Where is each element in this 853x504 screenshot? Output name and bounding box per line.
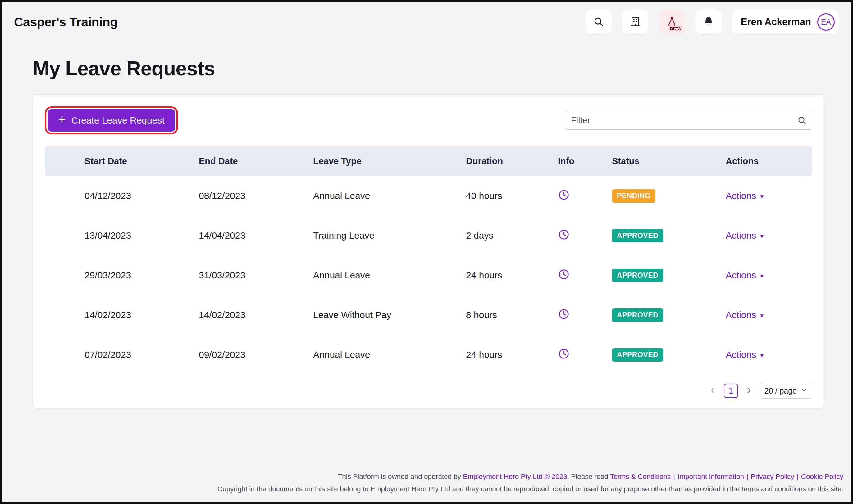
cell-end-date: 31/03/2023 xyxy=(199,270,313,281)
cell-start-date: 04/12/2023 xyxy=(85,191,199,201)
chevron-down-icon: ▾ xyxy=(760,312,764,319)
cell-end-date: 14/02/2023 xyxy=(199,310,313,320)
page-size-select[interactable]: 20 / page xyxy=(760,383,812,399)
column-actions: Actions xyxy=(726,156,804,166)
table-row: 13/04/2023 14/04/2023 Training Leave 2 d… xyxy=(45,216,812,255)
chevron-down-icon: ▾ xyxy=(760,193,764,200)
create-leave-request-highlight: + Create Leave Request xyxy=(45,106,178,134)
footer: This Platform is owned and operated by E… xyxy=(2,468,851,502)
cell-duration: 2 days xyxy=(466,230,558,241)
organisation-button[interactable] xyxy=(622,10,648,34)
clock-icon xyxy=(558,348,570,362)
chevron-right-icon xyxy=(745,386,753,395)
footer-separator: | xyxy=(746,473,748,481)
page-size-value: 20 / page xyxy=(764,386,797,395)
leave-info-button[interactable] xyxy=(558,268,570,283)
status-badge: APPROVED xyxy=(612,269,663,282)
leave-info-button[interactable] xyxy=(558,189,570,203)
chevron-down-icon: ▾ xyxy=(760,352,764,359)
cell-start-date: 29/03/2023 xyxy=(85,270,199,281)
top-bar: Casper's Training xyxy=(2,2,851,41)
column-end-date: End Date xyxy=(199,156,313,166)
actions-label: Actions xyxy=(726,191,756,201)
next-page-button[interactable] xyxy=(744,385,754,397)
footer-line-1: This Platform is owned and operated by E… xyxy=(2,473,843,481)
clock-icon xyxy=(558,268,570,283)
cell-leave-type: Leave Without Pay xyxy=(313,310,466,320)
cell-end-date: 14/04/2023 xyxy=(199,230,313,241)
brand-title: Casper's Training xyxy=(14,15,118,30)
footer-link-privacy-policy[interactable]: Privacy Policy xyxy=(751,473,794,481)
chevron-down-icon: ▾ xyxy=(760,272,764,280)
status-badge: APPROVED xyxy=(612,229,663,242)
top-actions: BETA Eren Ackerman EA xyxy=(586,10,839,34)
footer-separator: | xyxy=(797,473,799,481)
prev-page-button[interactable] xyxy=(708,385,718,397)
avatar: EA xyxy=(817,13,835,31)
status-badge: APPROVED xyxy=(612,308,663,322)
leave-info-button[interactable] xyxy=(558,229,570,243)
column-status: Status xyxy=(612,156,726,166)
row-actions-button[interactable]: Actions ▾ xyxy=(726,349,764,360)
filter-input[interactable] xyxy=(565,111,812,130)
footer-link-important-information[interactable]: Important Information xyxy=(678,473,744,481)
search-icon xyxy=(593,16,604,28)
leave-info-button[interactable] xyxy=(558,348,570,362)
table-header-row: Start Date End Date Leave Type Duration … xyxy=(45,146,812,176)
cell-duration: 8 hours xyxy=(466,310,558,320)
cell-leave-type: Annual Leave xyxy=(313,191,466,201)
create-leave-request-button[interactable]: + Create Leave Request xyxy=(48,109,175,131)
current-page-button[interactable]: 1 xyxy=(724,383,738,398)
user-menu[interactable]: Eren Ackerman EA xyxy=(732,10,839,34)
app-window: Casper's Training xyxy=(0,0,853,504)
chevron-down-icon: ▾ xyxy=(760,232,764,240)
row-actions-button[interactable]: Actions ▾ xyxy=(726,310,764,320)
column-info: Info xyxy=(558,156,612,166)
clock-icon xyxy=(558,229,570,243)
row-actions-button[interactable]: Actions ▾ xyxy=(726,270,764,281)
search-button[interactable] xyxy=(586,10,612,34)
filter-field xyxy=(565,111,812,130)
card-toolbar: + Create Leave Request xyxy=(45,106,812,134)
cell-end-date: 09/02/2023 xyxy=(199,349,313,360)
footer-link-terms[interactable]: Terms & Conditions xyxy=(610,473,671,481)
actions-label: Actions xyxy=(726,349,756,360)
footer-line-2: Copyright in the documents on this site … xyxy=(2,485,843,493)
cell-duration: 24 hours xyxy=(466,349,558,360)
cell-leave-type: Annual Leave xyxy=(313,270,466,281)
bell-icon xyxy=(703,16,714,28)
clock-icon xyxy=(558,189,570,203)
cell-leave-type: Annual Leave xyxy=(313,349,466,360)
row-actions-button[interactable]: Actions ▾ xyxy=(726,230,764,241)
cell-duration: 24 hours xyxy=(466,270,558,281)
column-duration: Duration xyxy=(466,156,558,166)
leave-requests-card: + Create Leave Request Start Date End Da… xyxy=(33,94,824,409)
row-actions-button[interactable]: Actions ▾ xyxy=(726,191,764,201)
table-row: 29/03/2023 31/03/2023 Annual Leave 24 ho… xyxy=(45,255,812,295)
page-title: My Leave Requests xyxy=(33,57,824,80)
cell-leave-type: Training Leave xyxy=(313,230,466,241)
cell-start-date: 14/02/2023 xyxy=(85,310,199,320)
cell-duration: 40 hours xyxy=(466,191,558,201)
status-badge: APPROVED xyxy=(612,348,663,362)
beta-badge: BETA xyxy=(669,26,682,31)
filter-search-icon[interactable] xyxy=(797,115,807,127)
footer-text: This Platform is owned and operated by xyxy=(338,473,463,481)
actions-label: Actions xyxy=(726,230,756,241)
footer-link-employment-hero[interactable]: Employment Hero Pty Ltd © 2023 xyxy=(463,473,567,481)
table-row: 14/02/2023 14/02/2023 Leave Without Pay … xyxy=(45,295,812,335)
main-content: My Leave Requests + Create Leave Request xyxy=(2,41,851,409)
cell-start-date: 13/04/2023 xyxy=(85,230,199,241)
leave-info-button[interactable] xyxy=(558,308,570,322)
actions-label: Actions xyxy=(726,270,756,281)
table-row: 07/02/2023 09/02/2023 Annual Leave 24 ho… xyxy=(45,335,812,375)
clock-icon xyxy=(558,308,570,322)
actions-label: Actions xyxy=(726,310,756,320)
beta-labs-button[interactable]: BETA xyxy=(659,10,685,34)
footer-separator: | xyxy=(673,473,675,481)
footer-link-cookie-policy[interactable]: Cookie Policy xyxy=(801,473,843,481)
cell-start-date: 07/02/2023 xyxy=(85,349,199,360)
chevron-left-icon xyxy=(709,386,717,395)
notifications-button[interactable] xyxy=(696,10,721,34)
footer-text: . Please read xyxy=(567,473,610,481)
